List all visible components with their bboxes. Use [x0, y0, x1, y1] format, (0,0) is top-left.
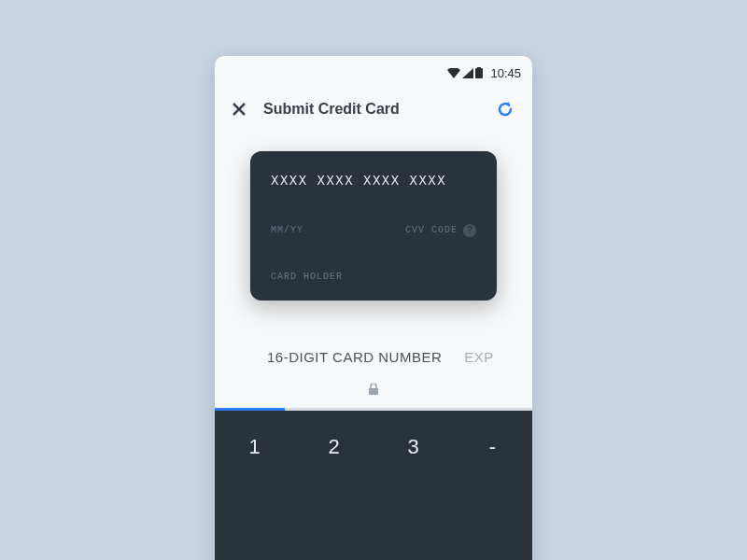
progress-fill	[215, 408, 285, 411]
battery-icon	[475, 67, 483, 78]
keypad-key-3[interactable]: 3	[374, 414, 453, 480]
refresh-icon	[496, 100, 514, 119]
refresh-button[interactable]	[495, 99, 515, 119]
phone-frame: 10:45 Submit Credit Card XXXX XXXX XXXX …	[215, 56, 532, 560]
help-icon[interactable]: ?	[463, 224, 476, 237]
lock-row	[226, 382, 521, 399]
numeric-keypad: 1 2 3 -	[215, 411, 532, 560]
expiry-input-label[interactable]: EXP	[464, 349, 494, 365]
input-labels-row: 16-DIGIT CARD NUMBER EXP	[226, 349, 521, 365]
header: Submit Credit Card	[215, 84, 532, 129]
card-number-display: XXXX XXXX XXXX XXXX	[271, 174, 476, 189]
svg-rect-0	[475, 68, 483, 78]
keypad-key-2[interactable]: 2	[294, 414, 374, 480]
cvv-group: CVV CODE ?	[405, 224, 476, 237]
svg-rect-1	[477, 67, 481, 69]
close-button[interactable]	[232, 102, 247, 117]
close-icon	[233, 103, 246, 116]
status-time: 10:45	[490, 66, 521, 80]
signal-icon	[462, 68, 473, 78]
status-bar: 10:45	[215, 62, 532, 84]
card-container: XXXX XXXX XXXX XXXX MM/YY CVV CODE ? CAR…	[215, 129, 532, 315]
card-number-input-label[interactable]: 16-DIGIT CARD NUMBER	[267, 349, 442, 365]
lock-icon	[369, 382, 378, 399]
keypad-key-minus[interactable]: -	[453, 414, 532, 480]
progress-bar	[215, 408, 532, 411]
card-holder-label: CARD HOLDER	[271, 272, 476, 282]
page-title: Submit Credit Card	[263, 101, 478, 118]
status-icons	[447, 67, 483, 78]
keypad-key-1[interactable]: 1	[215, 414, 294, 480]
card-cvv-label: CVV CODE	[405, 225, 458, 235]
card-expiry-label: MM/YY	[271, 225, 303, 235]
card-middle-row: MM/YY CVV CODE ?	[271, 224, 476, 237]
wifi-icon	[447, 68, 460, 78]
input-section: 16-DIGIT CARD NUMBER EXP	[215, 315, 532, 408]
svg-rect-4	[369, 388, 378, 395]
credit-card-preview: XXXX XXXX XXXX XXXX MM/YY CVV CODE ? CAR…	[250, 151, 497, 301]
